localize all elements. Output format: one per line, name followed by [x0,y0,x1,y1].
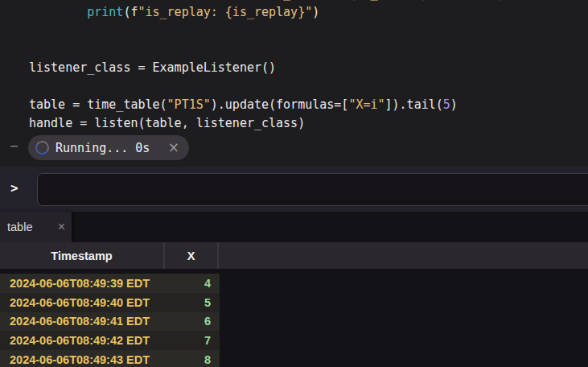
tab-table-label: table [7,221,32,233]
grid-header: Timestamp X [0,242,588,271]
timestamp-cell[interactable]: 2024-06-06T08:49:43 EDT [0,353,165,366]
header-cell-timestamp[interactable]: Timestamp [0,242,165,269]
panel-tab-strip: table × [0,212,588,242]
timestamp-cell[interactable]: 2024-06-06T08:49:40 EDT [0,296,165,309]
code-line [29,22,588,40]
tab-close-icon[interactable]: × [58,221,65,233]
x-value-cell[interactable]: 7 [165,334,220,347]
ide-window: print(f"update received, is_replay: {is_… [0,0,588,367]
cancel-run-close-icon[interactable]: × [168,141,179,155]
code-block: print(f"update received, is_replay: {is_… [29,0,588,133]
timestamp-cell[interactable]: 2024-06-06T08:49:42 EDT [0,334,165,347]
table-row[interactable]: 2024-06-06T08:49:40 EDT5 [0,293,220,312]
table-row[interactable]: 2024-06-06T08:49:42 EDT7 [0,331,220,350]
grid-rows: 2024-06-06T08:49:39 EDT42024-06-06T08:49… [0,274,220,367]
table-row[interactable]: 2024-06-06T08:49:41 EDT6 [0,312,220,332]
code-line: table = time_table("PT1S").update(formul… [29,96,588,114]
console-input[interactable] [37,173,588,206]
code-line [29,40,588,59]
console-history[interactable]: print(f"update received, is_replay: {is_… [0,0,588,167]
code-line: listener_class = ExampleListener() [29,59,588,77]
console-input-band: > [0,167,588,212]
status-row: – Running... 0s × [0,135,588,160]
code-line: handle = listen(table, listener_class) [29,114,588,133]
console-prompt: > [10,180,19,196]
running-status-pill: Running... 0s × [28,135,189,160]
table-row[interactable]: 2024-06-06T08:49:43 EDT8 [0,350,220,367]
timestamp-cell[interactable]: 2024-06-06T08:49:41 EDT [0,315,165,328]
x-value-cell[interactable]: 4 [165,277,220,290]
spinner-icon [34,139,51,156]
table-panel: table × Timestamp X 2024-06-06T08:49:39 … [0,212,588,367]
x-value-cell[interactable]: 5 [165,296,220,309]
code-line: print(f"is_replay: {is_replay}") [29,3,588,22]
header-cell-x[interactable]: X [165,242,219,269]
tab-table[interactable]: table × [0,212,72,242]
running-status-label: Running... 0s [56,141,150,155]
table-row[interactable]: 2024-06-06T08:49:39 EDT4 [0,274,220,293]
x-value-cell[interactable]: 6 [165,315,220,328]
timestamp-cell[interactable]: 2024-06-06T08:49:39 EDT [0,277,165,290]
x-value-cell[interactable]: 8 [165,353,220,366]
code-line [29,77,588,96]
log-collapse-marker: – [10,138,18,153]
